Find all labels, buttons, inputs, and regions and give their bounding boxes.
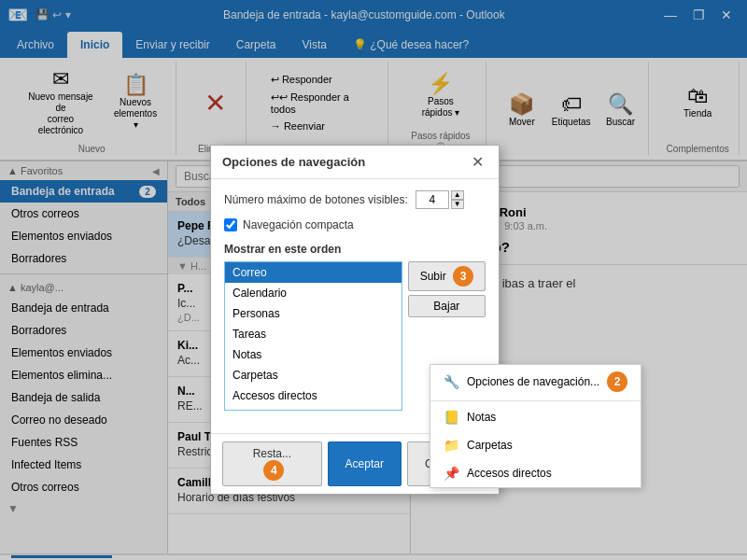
max-buttons-spinner: ▲ ▼	[416, 190, 464, 209]
spinner-down[interactable]: ▼	[451, 200, 464, 209]
context-menu-accesos[interactable]: 📌 Accesos directos	[430, 459, 641, 487]
notas-label: Notas	[467, 411, 496, 424]
step-badge-3: 3	[453, 266, 473, 287]
notas-icon: 📒	[444, 410, 459, 425]
dialog-title: Opciones de navegación	[222, 155, 365, 169]
btn-reset[interactable]: Resta... 4	[222, 441, 322, 486]
accesos-label: Accesos directos	[467, 467, 552, 480]
btn-accept[interactable]: Aceptar	[328, 441, 402, 486]
nav-options-icon: 🔧	[444, 374, 459, 389]
nav-options-label: Opciones de navegación...	[467, 375, 599, 388]
context-menu-nav-options[interactable]: 🔧 Opciones de navegación... 2	[430, 365, 641, 399]
compact-nav-checkbox[interactable]	[224, 218, 237, 231]
nav-item-accesos[interactable]: Accesos directos	[225, 385, 402, 406]
max-buttons-row: Número máximo de botones visibles: ▲ ▼	[224, 190, 486, 209]
compact-nav-label: Navegación compacta	[243, 218, 354, 231]
spinner-up[interactable]: ▲	[451, 190, 464, 200]
max-buttons-label: Número máximo de botones visibles:	[224, 193, 408, 206]
step-badge-4: 4	[263, 460, 284, 481]
carpetas-label: Carpetas	[467, 439, 513, 452]
nav-item-carpetas[interactable]: Carpetas	[225, 365, 402, 385]
context-menu-sep	[430, 400, 641, 401]
dialog-close-button[interactable]: ✕	[468, 153, 487, 171]
carpetas-icon: 📁	[444, 438, 459, 453]
context-menu: 🔧 Opciones de navegación... 2 📒 Notas 📁 …	[430, 364, 641, 488]
nav-item-notas[interactable]: Notas	[225, 344, 402, 365]
show-order-label: Mostrar en este orden	[224, 243, 486, 256]
context-menu-carpetas[interactable]: 📁 Carpetas	[430, 431, 641, 459]
max-buttons-input[interactable]	[416, 190, 449, 209]
spinner-btns: ▲ ▼	[451, 190, 464, 209]
context-menu-notas[interactable]: 📒 Notas	[430, 403, 641, 431]
nav-item-personas[interactable]: Personas	[225, 303, 402, 324]
btn-down[interactable]: Bajar	[408, 295, 486, 317]
nav-item-tareas[interactable]: Tareas	[225, 324, 402, 344]
btn-up[interactable]: Subir 3	[408, 261, 486, 291]
dialog-overlay: 🔧 Opciones de navegación... 2 📒 Notas 📁 …	[0, 0, 747, 560]
nav-order-list[interactable]: Correo Calendario Personas Tareas Notas …	[224, 261, 402, 411]
dialog-titlebar: Opciones de navegación ✕	[211, 146, 499, 179]
accesos-icon: 📌	[444, 466, 459, 481]
nav-item-correo[interactable]: Correo	[225, 262, 402, 283]
nav-item-calendario[interactable]: Calendario	[225, 283, 402, 303]
compact-nav-row: Navegación compacta	[224, 218, 486, 231]
step-badge-2: 2	[607, 371, 627, 392]
